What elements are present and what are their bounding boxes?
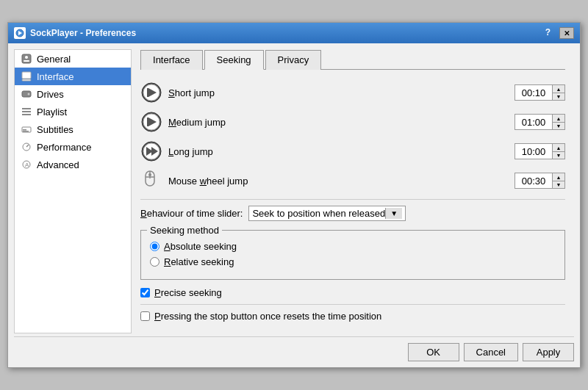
main-panel: Interface Seeking Privacy: [132, 49, 574, 333]
sidebar-item-drives-label: Drives: [37, 89, 64, 100]
window-title: SockPlayer - Preferences: [30, 28, 136, 38]
help-button[interactable]: ?: [545, 27, 551, 39]
sidebar-item-subtitles[interactable]: Subtitles: [15, 120, 131, 138]
mouse-jump-label: Mouse wheel jump: [168, 176, 509, 187]
preferences-window: SockPlayer - Preferences ? ✕ Genera: [7, 22, 581, 368]
medium-jump-icon: [140, 111, 162, 133]
seeking-method-group: Seeking method Absolute seeking Relative…: [140, 230, 565, 280]
title-bar-left: SockPlayer - Preferences: [14, 27, 136, 39]
window-body: General Interface: [8, 43, 580, 367]
svg-point-3: [25, 56, 28, 59]
medium-jump-row: Medium jump ▲ ▼: [140, 111, 565, 133]
mouse-jump-icon: [140, 170, 162, 192]
relative-seeking-label[interactable]: Relative seeking: [164, 256, 234, 267]
behaviour-row: Behaviour of time slider: Seek to positi…: [140, 206, 565, 221]
apply-button[interactable]: Apply: [523, 343, 574, 361]
sidebar: General Interface: [14, 49, 132, 333]
absolute-seeking-row: Absolute seeking: [150, 241, 556, 252]
svg-rect-5: [22, 72, 31, 79]
sidebar-item-advanced[interactable]: A Advanced: [15, 156, 131, 173]
performance-icon: [21, 141, 32, 153]
advanced-icon: A: [21, 159, 32, 170]
sidebar-item-interface-label: Interface: [37, 71, 74, 82]
mouse-jump-up[interactable]: ▲: [553, 173, 564, 181]
sidebar-item-interface[interactable]: Interface: [15, 68, 131, 85]
mouse-jump-down[interactable]: ▼: [553, 181, 564, 188]
content-area: General Interface: [14, 49, 574, 333]
seeking-method-title: Seeking method: [147, 225, 222, 236]
short-jump-label: Short jump: [168, 87, 509, 98]
short-jump-row: Short jump ▲ ▼: [140, 82, 565, 104]
svg-rect-14: [23, 131, 29, 132]
ok-button[interactable]: OK: [408, 343, 459, 361]
long-jump-spinner-buttons: ▲ ▼: [552, 144, 564, 159]
sidebar-item-general[interactable]: General: [15, 50, 131, 68]
title-controls: ? ✕: [545, 27, 574, 39]
dropdown-arrow-icon: ▼: [385, 208, 402, 219]
playlist-icon: [21, 106, 32, 118]
relative-seeking-radio[interactable]: [150, 257, 159, 267]
sidebar-item-subtitles-label: Subtitles: [37, 124, 74, 135]
medium-jump-down[interactable]: ▼: [553, 122, 564, 129]
separator-2: [140, 304, 565, 305]
medium-jump-input[interactable]: [515, 115, 552, 129]
svg-rect-10: [22, 111, 31, 112]
absolute-seeking-radio[interactable]: [150, 242, 159, 251]
bottom-bar: OK Cancel Apply: [14, 336, 574, 361]
separator-1: [140, 199, 565, 200]
drives-icon: [21, 88, 32, 100]
medium-jump-up[interactable]: ▲: [553, 115, 564, 122]
behaviour-label: Behaviour of time slider:: [140, 208, 243, 219]
medium-jump-spinner-buttons: ▲ ▼: [552, 115, 564, 129]
svg-rect-34: [148, 173, 151, 176]
long-jump-icon: [140, 140, 162, 162]
long-jump-down[interactable]: ▼: [553, 151, 564, 159]
svg-rect-13: [23, 129, 26, 131]
close-button[interactable]: ✕: [559, 27, 574, 39]
general-icon: [21, 53, 32, 65]
svg-rect-4: [24, 60, 29, 62]
svg-point-8: [28, 93, 30, 95]
sidebar-item-performance-label: Performance: [37, 142, 91, 153]
sidebar-item-drives[interactable]: Drives: [15, 85, 131, 103]
absolute-seeking-label[interactable]: Absolute seeking: [164, 241, 237, 252]
tab-privacy-label: Privacy: [278, 54, 309, 65]
long-jump-label: Long jump: [168, 146, 509, 157]
behaviour-dropdown-value: Seek to position when released: [252, 208, 385, 219]
long-jump-row: Long jump ▲ ▼: [140, 140, 565, 162]
tab-seeking-label: Seeking: [217, 54, 251, 65]
mouse-jump-spinner[interactable]: ▲ ▼: [514, 173, 565, 189]
short-jump-up[interactable]: ▲: [553, 85, 564, 93]
stop-resets-label[interactable]: Pressing the stop button once resets the…: [154, 311, 381, 322]
short-jump-spinner[interactable]: ▲ ▼: [514, 84, 565, 101]
tab-privacy[interactable]: Privacy: [265, 50, 322, 70]
medium-jump-spinner[interactable]: ▲ ▼: [514, 114, 565, 130]
sidebar-item-advanced-label: Advanced: [37, 159, 79, 170]
short-jump-spinner-buttons: ▲ ▼: [552, 85, 564, 100]
mouse-jump-input[interactable]: [515, 174, 552, 188]
stop-resets-row: Pressing the stop button once resets the…: [140, 311, 565, 322]
tab-bar: Interface Seeking Privacy: [140, 49, 565, 70]
long-jump-spinner[interactable]: ▲ ▼: [514, 143, 565, 159]
sidebar-item-performance[interactable]: Performance: [15, 138, 131, 156]
sidebar-item-general-label: General: [37, 54, 71, 65]
stop-resets-checkbox[interactable]: [140, 311, 150, 321]
long-jump-up[interactable]: ▲: [553, 144, 564, 151]
long-jump-input[interactable]: [515, 145, 552, 159]
tab-interface[interactable]: Interface: [140, 50, 203, 70]
cancel-button[interactable]: Cancel: [464, 343, 518, 361]
precise-seeking-checkbox[interactable]: [140, 288, 150, 297]
mouse-jump-row: Mouse wheel jump ▲ ▼: [140, 170, 565, 192]
svg-text:A: A: [25, 162, 29, 168]
medium-jump-label: Medium jump: [168, 117, 509, 128]
app-icon: [14, 27, 26, 39]
tab-interface-label: Interface: [153, 54, 190, 65]
short-jump-input[interactable]: [515, 86, 552, 100]
tab-seeking[interactable]: Seeking: [204, 50, 264, 70]
precise-seeking-label[interactable]: Precise seeking: [154, 287, 222, 298]
sidebar-item-playlist[interactable]: Playlist: [15, 103, 131, 120]
behaviour-dropdown[interactable]: Seek to position when released ▼: [248, 206, 406, 221]
mouse-jump-spinner-buttons: ▲ ▼: [552, 173, 564, 188]
short-jump-down[interactable]: ▼: [553, 93, 564, 100]
precise-seeking-row: Precise seeking: [140, 287, 565, 298]
